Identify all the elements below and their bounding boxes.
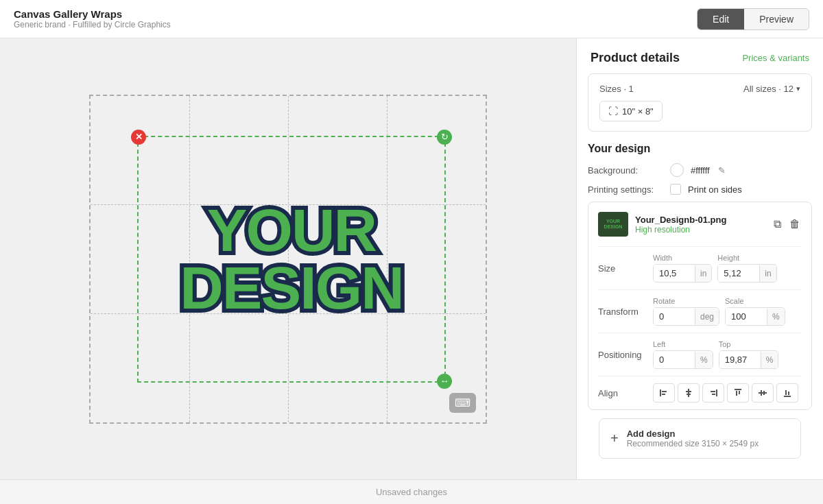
prices-link[interactable]: Prices & variants: [742, 53, 809, 63]
print-on-sides-checkbox[interactable]: [670, 184, 681, 195]
transform-row-label: Transform: [598, 307, 653, 317]
scale-input[interactable]: [726, 308, 767, 325]
tab-preview[interactable]: Preview: [744, 9, 809, 29]
svg-rect-2: [662, 394, 665, 395]
rotate-input-wrap: deg: [653, 307, 719, 326]
design-card-actions: ⧉ 🗑: [772, 217, 802, 232]
svg-rect-12: [759, 392, 767, 394]
inner-canvas: YOUR DESIGN ✕ ↻ ↔: [137, 136, 446, 383]
svg-rect-8: [712, 394, 715, 395]
align-center-h-button[interactable]: [678, 383, 700, 403]
svg-rect-3: [688, 389, 689, 397]
svg-rect-4: [686, 391, 691, 392]
top-input[interactable]: [719, 351, 761, 368]
chevron-down-icon: ▾: [796, 84, 800, 93]
printing-field: Printing settings: Print on sides: [588, 184, 812, 195]
design-file-card: YOURDESIGN Your_Designb-01.png High reso…: [588, 202, 812, 410]
add-plus-icon: +: [610, 431, 619, 446]
align-left-button[interactable]: [653, 383, 675, 403]
canvas-wrapper: YOUR DESIGN ✕ ↻ ↔ ⌨: [89, 95, 487, 424]
svg-rect-5: [687, 394, 691, 395]
copy-icon: ⧉: [774, 218, 781, 230]
rotate-input[interactable]: [654, 308, 695, 325]
size-chip[interactable]: ⛶ 10" × 8": [599, 101, 663, 121]
positioning-row: Positioning Left % Top: [598, 333, 802, 376]
header: Canvas Gallery Wraps Generic brand · Ful…: [0, 0, 823, 38]
tab-edit[interactable]: Edit: [697, 9, 744, 29]
design-thumbnail: YOURDESIGN: [598, 212, 628, 237]
svg-rect-9: [735, 389, 741, 390]
edit-color-icon[interactable]: ✎: [718, 165, 726, 176]
align-top-button[interactable]: [727, 383, 749, 403]
delete-design-button[interactable]: 🗑: [788, 217, 802, 232]
design-card-header: YOURDESIGN Your_Designb-01.png High reso…: [598, 212, 802, 237]
left-label: Left: [653, 340, 713, 348]
app-title: Canvas Gallery Wraps: [14, 8, 171, 20]
left-input[interactable]: [654, 351, 695, 368]
design-text-your: YOUR: [207, 202, 376, 259]
align-buttons: [653, 383, 798, 403]
scale-group: Scale %: [725, 297, 785, 326]
left-unit: %: [695, 352, 713, 368]
handle-resize-br[interactable]: ↔: [437, 374, 452, 389]
background-field: Background: #ffffff ✎: [588, 163, 812, 177]
rotate-unit: deg: [695, 309, 719, 325]
unsaved-bar: Unsaved changes: [0, 479, 823, 504]
scale-unit: %: [767, 309, 785, 325]
copy-design-button[interactable]: ⧉: [772, 217, 783, 232]
right-panel: Product details Prices & variants Sizes …: [576, 38, 823, 479]
add-design-info: Add design Recommended size 3150 × 2549 …: [627, 429, 759, 448]
handle-remove[interactable]: ✕: [131, 130, 146, 145]
unsaved-label: Unsaved changes: [376, 487, 447, 497]
background-color-swatch[interactable]: [670, 163, 684, 177]
align-middle-v-button[interactable]: [752, 383, 774, 403]
align-bottom-button[interactable]: [776, 383, 798, 403]
left-input-wrap: %: [653, 350, 713, 369]
keyboard-icon: ⌨: [455, 397, 470, 409]
svg-rect-11: [739, 391, 740, 394]
svg-rect-1: [662, 391, 667, 392]
align-right-button[interactable]: [702, 383, 724, 403]
scale-label: Scale: [725, 297, 785, 305]
align-bottom-icon: [783, 388, 792, 398]
width-input[interactable]: [654, 265, 695, 282]
sizes-all[interactable]: All sizes · 12 ▾: [743, 84, 800, 94]
size-row: Size Width in Height: [598, 246, 802, 289]
transform-row: Transform Rotate deg Scale: [598, 289, 802, 333]
printing-label: Printing settings:: [588, 184, 663, 195]
header-tabs: Edit Preview: [697, 8, 809, 30]
align-row: Align: [598, 376, 802, 409]
svg-rect-10: [736, 391, 737, 396]
positioning-inputs: Left % Top %: [653, 340, 802, 369]
align-middle-v-icon: [758, 388, 767, 398]
panel-title: Product details: [591, 51, 680, 65]
height-input[interactable]: [718, 265, 759, 282]
app-subtitle: Generic brand · Fulfilled by Circle Grap…: [14, 20, 171, 29]
scale-input-wrap: %: [725, 307, 785, 326]
canvas-area: YOUR DESIGN ✕ ↻ ↔ ⌨: [0, 38, 576, 479]
top-unit: %: [761, 352, 778, 368]
width-label: Width: [653, 254, 712, 262]
add-design-section[interactable]: + Add design Recommended size 3150 × 254…: [599, 418, 801, 459]
keyboard-button[interactable]: ⌨: [449, 393, 476, 413]
size-frame-icon: ⛶: [608, 106, 618, 117]
design-image: YOUR DESIGN: [139, 137, 444, 381]
add-design-title: Add design: [627, 429, 759, 439]
handle-resize-tr[interactable]: ↻: [437, 130, 452, 145]
header-left: Canvas Gallery Wraps Generic brand · Ful…: [14, 8, 171, 29]
add-design-subtitle: Recommended size 3150 × 2549 px: [627, 439, 759, 448]
svg-rect-7: [711, 391, 715, 392]
align-center-h-icon: [684, 388, 693, 398]
transform-inputs: Rotate deg Scale %: [653, 297, 802, 326]
align-label: Align: [598, 388, 653, 398]
left-group: Left %: [653, 340, 713, 369]
width-input-wrap: in: [653, 264, 712, 283]
size-row-label: Size: [598, 263, 653, 274]
background-label: Background:: [588, 165, 663, 176]
top-input-wrap: %: [719, 350, 779, 369]
design-text-design: DESIGN: [180, 259, 403, 317]
width-group: Width in: [653, 254, 712, 283]
print-on-sides-label: Print on sides: [688, 184, 742, 195]
svg-rect-17: [788, 392, 789, 395]
svg-rect-16: [785, 390, 787, 395]
